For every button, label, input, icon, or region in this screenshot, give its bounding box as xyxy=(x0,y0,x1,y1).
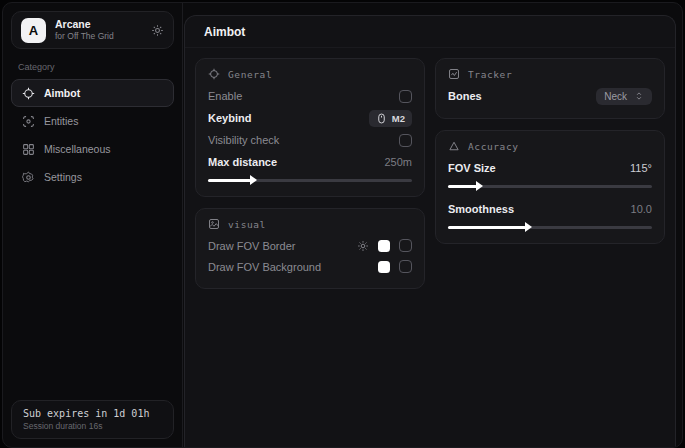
smoothness-slider[interactable] xyxy=(448,223,652,232)
chevrons-up-down-icon xyxy=(634,91,644,101)
bones-select[interactable]: Neck xyxy=(596,88,652,105)
general-card: General Enable Keybind xyxy=(195,58,425,197)
mouse-icon xyxy=(376,113,387,124)
main-panel: Aimbot General xyxy=(184,15,676,447)
category-label: Category xyxy=(18,62,167,72)
smoothness-value: 10.0 xyxy=(631,203,652,215)
subscription-info-card: Sub expires in 1d 01h Session duration 1… xyxy=(11,400,174,439)
keybind-row: Keybind M2 xyxy=(208,107,412,129)
slider-thumb[interactable] xyxy=(525,222,532,232)
accuracy-card: Accuracy FOV Size 115° Smoothness 10 xyxy=(435,130,665,244)
fov-size-value: 115° xyxy=(630,162,652,174)
draw-fov-background-label: Draw FOV Background xyxy=(208,261,321,273)
sidebar-item-entities[interactable]: Entities xyxy=(11,107,174,135)
keybind-button[interactable]: M2 xyxy=(369,110,412,127)
card-title: visual xyxy=(228,219,266,230)
app-window: A Arcane for Off The Grid Category xyxy=(2,2,683,448)
sidebar-nav: Aimbot Entities xyxy=(11,79,174,191)
card-title: Accuracy xyxy=(468,141,519,152)
app-header-card: A Arcane for Off The Grid xyxy=(11,11,174,49)
sidebar-item-label: Aimbot xyxy=(44,87,80,99)
max-distance-value: 250m xyxy=(384,156,412,168)
sidebar-item-aimbot[interactable]: Aimbot xyxy=(11,79,174,107)
smoothness-row: Smoothness 10.0 xyxy=(448,198,652,220)
image-icon xyxy=(208,218,220,230)
bones-selected-value: Neck xyxy=(604,91,627,102)
draw-fov-background-checkbox[interactable] xyxy=(399,260,412,273)
eye-scan-icon xyxy=(22,115,35,128)
keybind-label: Keybind xyxy=(208,112,251,124)
app-subtitle: for Off The Grid xyxy=(55,31,142,42)
enable-checkbox[interactable] xyxy=(399,90,412,103)
fov-size-label: FOV Size xyxy=(448,162,496,174)
crosshair-icon xyxy=(208,68,220,80)
app-name: Arcane xyxy=(55,18,142,31)
settings-gear-icon xyxy=(22,171,35,184)
keybind-value: M2 xyxy=(392,113,405,124)
main-header: Aimbot xyxy=(185,16,675,48)
max-distance-slider[interactable] xyxy=(208,176,412,185)
gear-icon[interactable] xyxy=(151,24,164,37)
sidebar: A Arcane for Off The Grid Category xyxy=(3,3,183,447)
sidebar-item-label: Settings xyxy=(44,171,82,183)
slider-thumb[interactable] xyxy=(476,181,483,191)
draw-fov-border-row: Draw FOV Border xyxy=(208,235,412,256)
app-logo: A xyxy=(21,18,46,43)
slider-thumb[interactable] xyxy=(250,175,257,185)
visibility-check-label: Visibility check xyxy=(208,134,279,146)
sidebar-item-miscellaneous[interactable]: Miscellaneous xyxy=(11,135,174,163)
draw-fov-background-row: Draw FOV Background xyxy=(208,256,412,277)
page-title: Aimbot xyxy=(204,25,656,39)
activity-icon xyxy=(448,68,460,80)
sidebar-item-label: Miscellaneous xyxy=(44,143,111,155)
max-distance-row: Max distance 250m xyxy=(208,151,412,173)
visibility-check-row: Visibility check xyxy=(208,129,412,151)
sidebar-item-settings[interactable]: Settings xyxy=(11,163,174,191)
fov-border-color-swatch[interactable] xyxy=(378,240,390,252)
max-distance-label: Max distance xyxy=(208,156,277,168)
card-title: Tracker xyxy=(468,69,512,80)
sub-expires-text: Sub expires in 1d 01h xyxy=(23,408,162,419)
cards-grid: General Enable Keybind xyxy=(185,48,675,299)
visual-card: visual Draw FOV Border xyxy=(195,208,425,289)
sidebar-item-label: Entities xyxy=(44,115,78,127)
enable-row: Enable xyxy=(208,85,412,107)
visibility-check-checkbox[interactable] xyxy=(399,134,412,147)
card-title: General xyxy=(228,69,272,80)
bones-label: Bones xyxy=(448,90,482,102)
crosshair-icon xyxy=(22,87,35,100)
triangle-icon xyxy=(448,140,460,152)
draw-fov-border-label: Draw FOV Border xyxy=(208,240,295,252)
session-duration-text: Session duration 16s xyxy=(23,421,162,431)
enable-label: Enable xyxy=(208,90,242,102)
tracker-card: Tracker Bones Neck xyxy=(435,58,665,119)
fov-size-row: FOV Size 115° xyxy=(448,157,652,179)
fov-size-slider[interactable] xyxy=(448,182,652,191)
fov-background-color-swatch[interactable] xyxy=(378,261,390,273)
smoothness-label: Smoothness xyxy=(448,203,514,215)
bones-row: Bones Neck xyxy=(448,85,652,107)
draw-fov-border-checkbox[interactable] xyxy=(399,239,412,252)
gear-icon[interactable] xyxy=(357,240,369,252)
grid-icon xyxy=(22,143,35,156)
